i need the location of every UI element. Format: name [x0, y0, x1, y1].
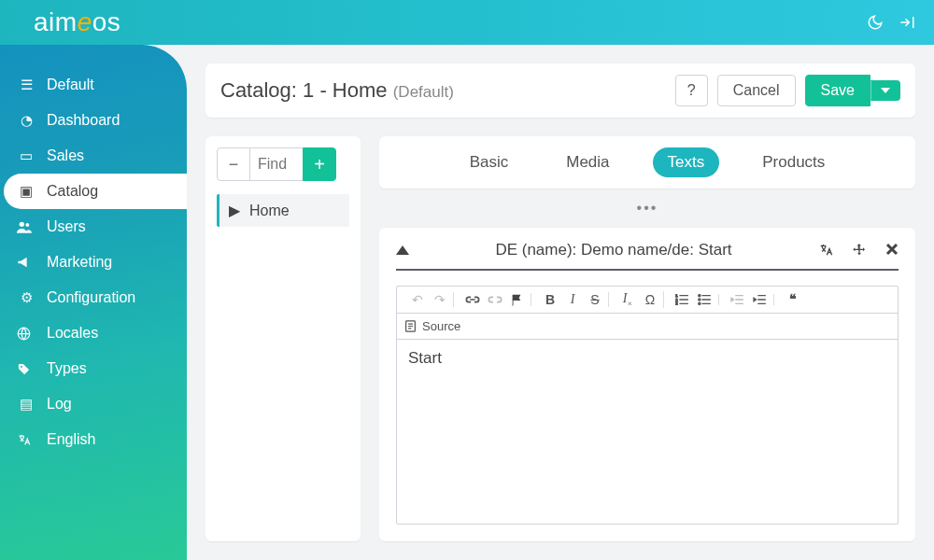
sidebar-item-label: English: [47, 431, 95, 448]
indent-icon[interactable]: [753, 294, 768, 305]
topbar: aimeos: [0, 0, 934, 45]
logout-icon[interactable]: [899, 14, 915, 31]
tree-collapse-button[interactable]: −: [217, 147, 250, 181]
editor-heading: DE (name): Demo name/de: Start: [409, 241, 818, 259]
sidebar-item-marketing[interactable]: Marketing: [0, 245, 187, 280]
move-icon[interactable]: [852, 243, 867, 258]
category-tree-panel: − + ▶ Home: [205, 136, 361, 541]
bold-icon[interactable]: B: [543, 292, 558, 307]
tree-item-home[interactable]: ▶ Home: [217, 194, 349, 227]
main-content: Catalog: 1 - Home (Default) ? Cancel Sav…: [187, 45, 934, 560]
svg-point-1: [25, 223, 29, 227]
brand-accent: e: [78, 7, 92, 37]
tab-basic[interactable]: Basic: [455, 147, 524, 177]
gear-icon: ⚙: [17, 289, 35, 306]
dark-mode-icon[interactable]: [867, 14, 884, 31]
sidebar-item-catalog[interactable]: ▣ Catalog: [4, 174, 187, 209]
page-header: Catalog: 1 - Home (Default) ? Cancel Sav…: [205, 63, 915, 118]
tab-bar: Basic Media Texts Products: [379, 136, 915, 189]
blockquote-icon[interactable]: ❝: [785, 291, 800, 307]
help-button[interactable]: ?: [675, 75, 708, 106]
italic-icon[interactable]: I: [565, 292, 580, 307]
tag-icon: [17, 362, 35, 376]
remove-format-icon[interactable]: I×: [620, 291, 635, 308]
page-title-suffix: (Default): [393, 83, 454, 101]
sidebar-item-label: Dashboard: [47, 112, 120, 129]
tab-products[interactable]: Products: [747, 147, 840, 177]
bullet-list-icon[interactable]: [698, 294, 713, 305]
brand-text: aim: [34, 7, 78, 37]
book-icon: ▣: [17, 183, 35, 200]
sidebar-item-configuration[interactable]: ⚙ Configuration: [0, 280, 187, 315]
source-icon[interactable]: [404, 320, 417, 332]
close-icon[interactable]: [885, 243, 899, 258]
cash-icon: ▭: [17, 147, 35, 164]
tab-media[interactable]: Media: [551, 147, 624, 177]
sidebar-item-language[interactable]: English: [0, 422, 187, 457]
more-options-handle[interactable]: •••: [379, 200, 915, 217]
svg-point-9: [699, 302, 700, 304]
cancel-button[interactable]: Cancel: [717, 75, 796, 106]
editor-content-area[interactable]: Start: [397, 340, 898, 524]
text-editor-panel: DE (name): Demo name/de: Start: [379, 228, 915, 541]
gauge-icon: ◔: [17, 112, 35, 129]
strike-icon[interactable]: S: [587, 292, 602, 307]
translate-icon[interactable]: [818, 243, 833, 258]
editor-toolbar: ↶ ↷: [397, 287, 898, 314]
brand-logo: aimeos: [34, 7, 120, 37]
numbered-list-icon[interactable]: 123: [675, 294, 690, 305]
svg-point-3: [21, 366, 22, 368]
save-button[interactable]: Save: [805, 75, 870, 106]
svg-point-7: [699, 294, 700, 296]
panel-collapse-icon[interactable]: [396, 245, 409, 255]
svg-point-8: [699, 299, 700, 301]
tree-add-button[interactable]: +: [303, 147, 336, 181]
outdent-icon[interactable]: [730, 294, 745, 305]
sidebar-item-log[interactable]: ▤ Log: [0, 386, 187, 422]
page-title-main: 1 - Home: [303, 78, 387, 102]
svg-point-0: [20, 222, 24, 227]
page-title-prefix: Catalog:: [220, 78, 297, 102]
tree-expand-icon[interactable]: ▶: [229, 202, 240, 219]
bullhorn-icon: [17, 256, 35, 269]
clipboard-icon: ▤: [17, 396, 35, 413]
sidebar-item-types[interactable]: Types: [0, 351, 187, 386]
sidebar-item-label: Sales: [47, 147, 84, 164]
sidebar-item-label: Marketing: [47, 254, 112, 271]
sidebar-item-label: Users: [47, 218, 86, 235]
sidebar: ☰ Default ◔ Dashboard ▭ Sales ▣ Catalog …: [0, 45, 187, 560]
undo-icon[interactable]: ↶: [410, 292, 425, 307]
users-icon: [17, 220, 35, 233]
sidebar-item-label: Locales: [47, 325, 98, 342]
special-char-icon[interactable]: Ω: [643, 292, 658, 307]
sidebar-item-dashboard[interactable]: ◔ Dashboard: [0, 103, 187, 138]
sidebar-item-users[interactable]: Users: [0, 209, 187, 245]
anchor-flag-icon[interactable]: [510, 293, 525, 306]
sidebar-item-default[interactable]: ☰ Default: [0, 67, 187, 103]
link-icon[interactable]: [465, 294, 480, 305]
tree-find-input[interactable]: [250, 147, 303, 181]
unlink-icon[interactable]: [488, 294, 502, 305]
rich-text-editor: ↶ ↷: [396, 286, 899, 525]
sidebar-item-sales[interactable]: ▭ Sales: [0, 138, 187, 174]
brand-text: os: [92, 7, 121, 37]
redo-icon[interactable]: ↷: [432, 292, 447, 307]
sidebar-item-label: Types: [47, 360, 87, 377]
page-title: Catalog: 1 - Home (Default): [220, 78, 454, 103]
language-icon: [17, 433, 35, 447]
sidebar-item-label: Catalog: [47, 183, 98, 200]
globe-icon: [17, 327, 35, 341]
sidebar-item-label: Default: [47, 77, 94, 93]
tree-item-label: Home: [249, 203, 290, 219]
svg-text:3: 3: [675, 301, 678, 305]
tab-texts[interactable]: Texts: [653, 147, 720, 177]
save-dropdown-button[interactable]: [870, 80, 900, 101]
sidebar-item-locales[interactable]: Locales: [0, 315, 187, 351]
server-icon: ☰: [17, 77, 35, 93]
sidebar-item-label: Log: [47, 396, 72, 413]
sidebar-item-label: Configuration: [47, 289, 135, 306]
source-button[interactable]: Source: [422, 319, 460, 333]
